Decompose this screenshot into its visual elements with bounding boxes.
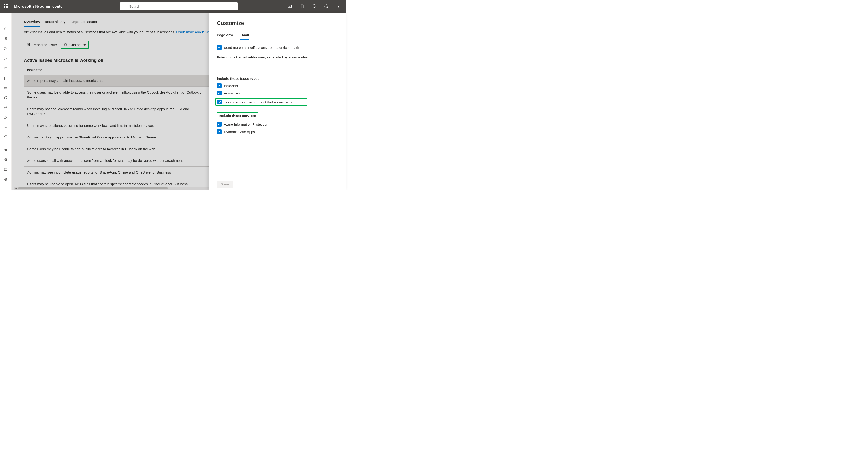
email-field-label: Enter up to 2 email addresses, separated…	[217, 56, 342, 59]
tab-overview[interactable]: Overview	[24, 18, 40, 27]
help-icon[interactable]	[332, 0, 344, 12]
shell-command-icon[interactable]	[284, 0, 296, 12]
nav-setup-icon[interactable]	[0, 112, 11, 122]
side-nav	[0, 12, 12, 190]
nav-home-icon[interactable]	[0, 24, 11, 34]
settings-icon[interactable]	[320, 0, 332, 12]
gear-icon	[63, 42, 68, 47]
nav-teams-icon[interactable]	[0, 43, 11, 53]
notifications-icon[interactable]	[308, 0, 320, 12]
nav-compliance-icon[interactable]	[0, 155, 11, 165]
issue-row[interactable]: Some users may be unable to access their…	[24, 87, 209, 103]
panel-tab-email[interactable]: Email	[240, 32, 249, 40]
checkbox-label: Send me email notifications about servic…	[224, 45, 299, 50]
learn-more-link[interactable]: Learn more about Ser	[176, 30, 210, 34]
issue-types-heading: Include these issue types	[217, 76, 342, 81]
nav-health-icon[interactable]	[0, 132, 11, 142]
app-title: Microsoft 365 admin center	[14, 4, 64, 9]
check-icon	[218, 84, 221, 87]
search-box[interactable]	[120, 2, 238, 10]
nav-billing-icon[interactable]	[0, 73, 11, 83]
issue-row[interactable]: Users may see failures occurring for som…	[24, 120, 209, 131]
nav-admin-centers-icon[interactable]	[0, 165, 11, 174]
svg-point-11	[5, 159, 6, 160]
check-icon	[218, 101, 221, 103]
customize-panel: Customize Page view Email Send me email …	[209, 12, 346, 190]
nav-users-icon[interactable]	[0, 34, 11, 43]
scroll-thumb[interactable]	[18, 187, 168, 189]
services-heading: Include these services	[217, 112, 258, 119]
checkbox-send-notifications[interactable]	[217, 45, 221, 50]
svg-rect-2	[288, 5, 292, 8]
nav-reports-icon[interactable]	[0, 122, 11, 132]
issue-row[interactable]: Admins may see incomplete usage reports …	[24, 166, 209, 178]
nav-roles-icon[interactable]	[0, 53, 11, 63]
customize-button[interactable]: Customize	[61, 41, 89, 49]
panel-tab-page-view[interactable]: Page view	[217, 32, 233, 40]
checkbox-advisories[interactable]	[217, 91, 221, 95]
search-input[interactable]	[129, 4, 235, 8]
svg-point-10	[5, 107, 6, 108]
svg-point-6	[6, 47, 7, 49]
megaphone-icon[interactable]	[296, 0, 308, 12]
issue-row[interactable]: Some users' email with attachments sent …	[24, 155, 209, 166]
svg-point-7	[5, 57, 6, 58]
scroll-left-arrow[interactable]: ◄	[14, 187, 18, 190]
check-icon	[218, 130, 221, 133]
check-icon	[218, 46, 221, 49]
nav-settings-icon[interactable]	[0, 102, 11, 112]
checkbox-env-action[interactable]	[217, 100, 222, 104]
check-icon	[218, 123, 221, 126]
svg-point-5	[5, 47, 6, 49]
issue-row[interactable]: Users may not see Microsoft Teams when i…	[24, 103, 209, 120]
app-launcher-button[interactable]	[0, 0, 12, 12]
svg-line-1	[126, 7, 127, 8]
report-icon	[26, 42, 30, 47]
nav-resources-icon[interactable]	[0, 63, 11, 73]
checkbox-aip[interactable]	[217, 122, 221, 127]
search-icon	[123, 4, 127, 8]
svg-rect-12	[4, 168, 7, 170]
app-header: Microsoft 365 admin center	[0, 0, 346, 12]
report-issue-button[interactable]: Report an issue	[24, 41, 59, 48]
issue-row[interactable]: Admins can't sync apps from the SharePoi…	[24, 131, 209, 143]
nav-card-icon[interactable]	[0, 83, 11, 93]
check-icon	[218, 92, 221, 95]
email-addresses-input[interactable]	[217, 61, 342, 69]
tab-reported-issues[interactable]: Reported issues	[71, 18, 97, 27]
panel-title: Customize	[217, 20, 342, 26]
issue-row[interactable]: Some reports may contain inaccurate metr…	[24, 75, 209, 87]
svg-rect-8	[5, 68, 7, 69]
checkbox-incidents[interactable]	[217, 83, 221, 88]
save-button[interactable]: Save	[217, 181, 233, 188]
nav-support-icon[interactable]	[0, 93, 11, 102]
svg-point-3	[326, 6, 327, 7]
checkbox-d365[interactable]	[217, 129, 221, 134]
svg-point-4	[5, 37, 6, 39]
svg-point-0	[123, 5, 126, 7]
tab-issue-history[interactable]: Issue history	[45, 18, 65, 27]
svg-point-14	[65, 44, 66, 45]
nav-security-icon[interactable]	[0, 145, 11, 155]
issue-row[interactable]: Some users may be unable to add public f…	[24, 143, 209, 155]
nav-show-more-icon[interactable]	[0, 174, 11, 184]
nav-hamburger[interactable]	[0, 14, 11, 24]
